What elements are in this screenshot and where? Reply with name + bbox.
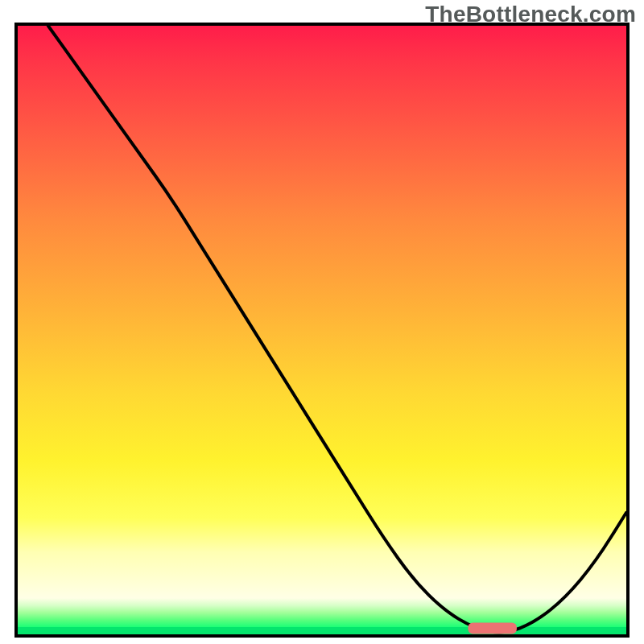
bottleneck-curve-line — [48, 26, 626, 632]
watermark-text: TheBottleneck.com — [425, 2, 636, 27]
curve-overlay — [18, 26, 626, 634]
optimal-range-marker — [468, 622, 516, 634]
plot-area — [14, 23, 630, 638]
bottleneck-chart: TheBottleneck.com — [0, 0, 644, 644]
